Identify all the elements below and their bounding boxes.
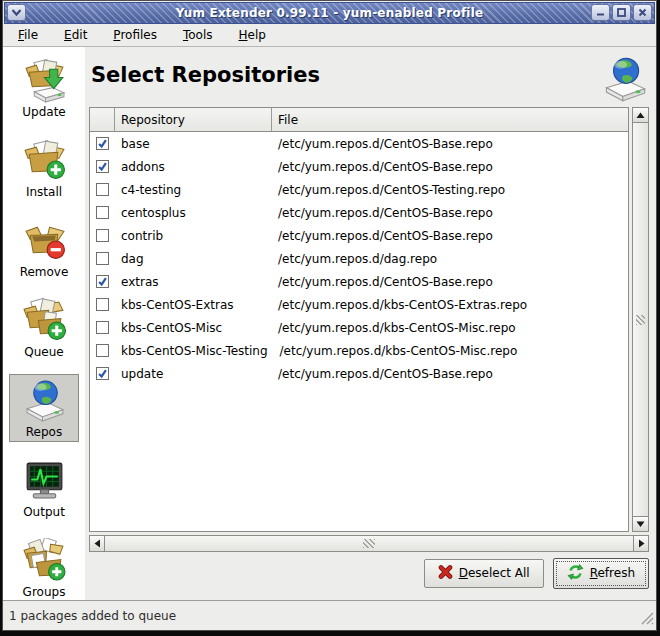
sidebar-item-remove[interactable]: Remove (9, 214, 79, 282)
table-row[interactable]: kbs-CentOS-Misc /etc/yum.repos.d/kbs-Cen… (90, 316, 628, 339)
deselect-all-button[interactable]: Deselect All (424, 559, 544, 588)
vertical-scrollbar[interactable] (632, 107, 649, 532)
column-header-file[interactable]: File (272, 108, 628, 131)
sidebar: Update Install (3, 47, 85, 600)
minimize-icon (596, 8, 605, 17)
repo-name: kbs-CentOS-Misc (115, 321, 272, 335)
menu-help[interactable]: Help (231, 26, 274, 44)
sidebar-item-groups[interactable]: Groups (9, 534, 79, 602)
button-row: Deselect All Refresh (89, 552, 649, 600)
window-menu-button[interactable] (7, 4, 26, 21)
sidebar-item-queue[interactable]: Queue (9, 294, 79, 362)
scroll-right-button[interactable] (633, 535, 649, 552)
table-row[interactable]: extras /etc/yum.repos.d/CentOS-Base.repo (90, 270, 628, 293)
arrow-right-icon (638, 539, 645, 548)
table-body: base /etc/yum.repos.d/CentOS-Base.repo (90, 132, 628, 531)
remove-icon (22, 218, 67, 263)
sidebar-label-install: Install (26, 185, 62, 199)
repo-file: /etc/yum.repos.d/CentOS-Base.repo (272, 275, 628, 289)
screen: Yum Extender 0.99.11 - yum-enabled Profi… (0, 0, 660, 636)
groups-icon (22, 538, 67, 583)
scroll-up-button[interactable] (632, 107, 649, 123)
repo-checkbox[interactable] (96, 137, 109, 150)
repo-name: kbs-CentOS-Extras (115, 298, 272, 312)
repositories-table: Repository File (89, 107, 629, 532)
repo-checkbox[interactable] (96, 160, 109, 173)
repo-checkbox-cell (90, 344, 115, 357)
maximize-icon (617, 8, 626, 17)
menu-edit[interactable]: Edit (56, 26, 95, 44)
table-row[interactable]: dag /etc/yum.repos.d/dag.repo (90, 247, 628, 270)
menu-file[interactable]: File (10, 26, 46, 44)
menu-profiles[interactable]: Profiles (105, 26, 165, 44)
scroll-left-button[interactable] (89, 535, 105, 552)
repo-checkbox[interactable] (96, 344, 109, 357)
repo-checkbox[interactable] (96, 229, 109, 242)
checkmark-icon (97, 368, 108, 379)
table-row[interactable]: c4-testing /etc/yum.repos.d/CentOS-Testi… (90, 178, 628, 201)
repo-name: centosplus (115, 206, 272, 220)
repo-checkbox[interactable] (96, 252, 109, 265)
repo-checkbox-cell (90, 229, 115, 242)
minimize-button[interactable] (591, 4, 610, 21)
repo-file: /etc/yum.repos.d/CentOS-Base.repo (272, 160, 628, 174)
column-header-checkbox[interactable] (90, 108, 115, 131)
repo-checkbox-cell (90, 160, 115, 173)
red-x-icon (438, 565, 453, 582)
window-title: Yum Extender 0.99.11 - yum-enabled Profi… (176, 6, 484, 20)
table-row[interactable]: kbs-CentOS-Misc-Testing /etc/yum.repos.d… (90, 339, 628, 362)
repo-checkbox[interactable] (96, 183, 109, 196)
repo-file: /etc/yum.repos.d/dag.repo (272, 252, 628, 266)
sidebar-item-repos[interactable]: Repos (9, 374, 79, 442)
resize-grip-icon[interactable] (639, 610, 654, 628)
repo-checkbox-cell (90, 137, 115, 150)
checkmark-icon (97, 276, 108, 287)
deselect-all-label: Deselect All (459, 566, 530, 580)
table-row[interactable]: centosplus /etc/yum.repos.d/CentOS-Base.… (90, 201, 628, 224)
maximize-button[interactable] (612, 4, 631, 21)
repo-checkbox[interactable] (96, 367, 109, 380)
table-row[interactable]: addons /etc/yum.repos.d/CentOS-Base.repo (90, 155, 628, 178)
sidebar-label-queue: Queue (24, 345, 63, 359)
globe-on-drive-icon (601, 55, 649, 103)
repo-checkbox-cell (90, 183, 115, 196)
thumb-grip (636, 315, 645, 325)
vertical-scrollbar-thumb[interactable] (632, 123, 649, 516)
install-icon (22, 138, 67, 183)
repo-name: c4-testing (115, 183, 272, 197)
table-row[interactable]: contrib /etc/yum.repos.d/CentOS-Base.rep… (90, 224, 628, 247)
repo-checkbox[interactable] (96, 321, 109, 334)
repo-checkbox[interactable] (96, 206, 109, 219)
update-icon (22, 58, 67, 103)
status-text: 1 packages added to queue (9, 609, 176, 623)
sidebar-label-output: Output (23, 505, 65, 519)
sidebar-item-install[interactable]: Install (9, 134, 79, 202)
repo-checkbox-cell (90, 321, 115, 334)
sidebar-item-update[interactable]: Update (9, 54, 79, 122)
table-area: Repository File (89, 107, 649, 532)
repo-file: /etc/yum.repos.d/kbs-CentOS-Misc.repo (274, 344, 628, 358)
sidebar-label-update: Update (22, 105, 65, 119)
repo-file: /etc/yum.repos.d/kbs-CentOS-Extras.repo (272, 298, 628, 312)
thumb-grip (363, 539, 375, 548)
sidebar-label-repos: Repos (26, 425, 62, 439)
menu-tools[interactable]: Tools (175, 26, 221, 44)
sidebar-item-output[interactable]: Output (9, 454, 79, 522)
close-button[interactable] (633, 4, 652, 21)
table-row[interactable]: base /etc/yum.repos.d/CentOS-Base.repo (90, 132, 628, 155)
table-row[interactable]: kbs-CentOS-Extras /etc/yum.repos.d/kbs-C… (90, 293, 628, 316)
repo-checkbox[interactable] (96, 275, 109, 288)
repo-checkbox-cell (90, 206, 115, 219)
refresh-button[interactable]: Refresh (553, 558, 649, 589)
close-icon (638, 8, 647, 17)
table-row[interactable]: update /etc/yum.repos.d/CentOS-Base.repo (90, 362, 628, 385)
horizontal-scrollbar-thumb[interactable] (105, 535, 633, 552)
repo-name: dag (115, 252, 272, 266)
repo-checkbox[interactable] (96, 298, 109, 311)
refresh-label: Refresh (590, 566, 635, 580)
titlebar[interactable]: Yum Extender 0.99.11 - yum-enabled Profi… (4, 2, 655, 24)
horizontal-scrollbar[interactable] (89, 535, 649, 552)
column-header-repository[interactable]: Repository (115, 108, 272, 131)
scroll-down-button[interactable] (632, 516, 649, 532)
repo-file: /etc/yum.repos.d/CentOS-Base.repo (272, 206, 628, 220)
